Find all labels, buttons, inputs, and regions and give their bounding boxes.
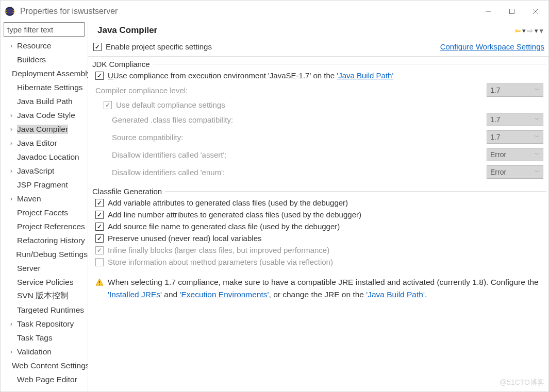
- use-default-compliance-checkbox: [104, 101, 112, 109]
- eclipse-logo-icon: [5, 6, 15, 16]
- jdk-compliance-legend: JDK Compliance: [90, 60, 153, 69]
- tree-item-label: Run/Debug Settings: [16, 250, 88, 259]
- tree-item-label: Maven: [17, 194, 41, 203]
- tree-item-label: Server: [17, 264, 41, 273]
- cf-variable-label: Add variable attributes to generated cla…: [108, 198, 348, 207]
- disallow-assert-label: Disallow identifiers called 'assert':: [112, 150, 487, 159]
- tree-item[interactable]: ›Javadoc Location: [1, 150, 88, 164]
- tree-item[interactable]: ›Refactoring History: [1, 233, 88, 247]
- tree-item[interactable]: ›JSP Fragment: [1, 178, 88, 192]
- toolbar-menu-icon[interactable]: ▾: [540, 27, 543, 35]
- tree-item[interactable]: ›Targeted Runtimes: [1, 303, 88, 317]
- tree-item-label: Java Build Path: [17, 97, 73, 106]
- tree-item-label: Refactoring History: [17, 236, 85, 245]
- tree-item[interactable]: ›Java Compiler: [1, 122, 88, 136]
- cf-linenumber-checkbox[interactable]: [95, 211, 104, 219]
- tree-item[interactable]: ›Web Content Settings: [1, 359, 88, 372]
- tree-item[interactable]: ›Service Policies: [1, 275, 88, 289]
- close-button[interactable]: [524, 4, 547, 19]
- tree-item[interactable]: ›Builders: [1, 53, 88, 66]
- svg-point-2: [7, 8, 13, 14]
- tree-item-label: Web Content Settings: [12, 361, 88, 370]
- cf-sourcefile-label: Add source file name to generated class …: [108, 222, 340, 231]
- nav-back-icon[interactable]: ⇦: [515, 27, 521, 35]
- tree-item-label: Java Code Style: [17, 111, 75, 120]
- tree-item-label: SVN 版本控制: [17, 291, 69, 301]
- warning-icon: [95, 278, 104, 286]
- tree-item-label: Deployment Assembly: [12, 69, 88, 78]
- enable-project-specific-label: Enable project specific settings: [106, 42, 212, 51]
- tree-item-label: Resource: [17, 41, 51, 50]
- compiler-level-combo[interactable]: 1.7﹀: [487, 83, 543, 97]
- minimize-button[interactable]: [476, 4, 500, 19]
- nav-forward-menu-icon[interactable]: ▾: [535, 27, 538, 35]
- cf-inline-checkbox: [95, 246, 104, 254]
- cf-preserve-checkbox[interactable]: [95, 234, 104, 243]
- chevron-right-icon[interactable]: ›: [8, 320, 15, 328]
- tree-item[interactable]: ›Hibernate Settings: [1, 80, 88, 94]
- configure-workspace-link[interactable]: Configure Workspace Settings: [440, 42, 544, 51]
- tree-item[interactable]: ›Resource: [1, 39, 88, 53]
- chevron-right-icon[interactable]: ›: [8, 195, 15, 202]
- cf-inline-label: Inline finally blocks (larger class file…: [108, 246, 329, 254]
- tree-item[interactable]: ›Validation: [1, 345, 88, 359]
- titlebar: Properties for iswustserver: [1, 1, 548, 22]
- tree-item[interactable]: ›SVN 版本控制: [1, 289, 88, 303]
- use-default-compliance-label: Use default compliance settings: [116, 100, 225, 109]
- tree-item-label: Task Repository: [17, 319, 74, 329]
- tree-item-label: Java Editor: [17, 139, 57, 148]
- tree-item[interactable]: ›Java Code Style: [1, 108, 88, 122]
- tree-item-label: Java Compiler: [17, 125, 68, 134]
- tree-item-label: Task Tags: [17, 333, 53, 343]
- tree-item-label: Project Facets: [17, 208, 68, 217]
- page-title: Java Compiler: [97, 25, 513, 36]
- tree-item[interactable]: ›Deployment Assembly: [1, 66, 88, 80]
- maximize-button[interactable]: [500, 4, 524, 19]
- use-execution-env-label: UUse compliance from execution environme…: [108, 71, 393, 80]
- tree-item[interactable]: ›Project Facets: [1, 206, 88, 219]
- svg-rect-4: [510, 9, 514, 14]
- execution-environments-link[interactable]: 'Execution Environments': [179, 290, 269, 299]
- java-build-path-link-2[interactable]: 'Java Build Path': [366, 290, 425, 299]
- tree-item-label: JavaScript: [17, 166, 54, 176]
- nav-forward-icon[interactable]: ⇨: [527, 27, 533, 35]
- cf-variable-checkbox[interactable]: [95, 199, 104, 207]
- compiler-level-label: Compiler compliance level:: [95, 86, 487, 95]
- chevron-right-icon[interactable]: ›: [8, 112, 15, 119]
- source-compat-combo: 1.7﹀: [487, 130, 543, 144]
- tree-item[interactable]: ›Task Tags: [1, 331, 88, 345]
- chevron-right-icon[interactable]: ›: [8, 167, 15, 175]
- chevron-right-icon[interactable]: ›: [8, 126, 15, 133]
- tree-item[interactable]: ›Server: [1, 261, 88, 275]
- generated-class-label: Generated .class files compatibility:: [112, 115, 487, 124]
- java-build-path-link[interactable]: 'Java Build Path': [337, 71, 393, 80]
- use-execution-env-checkbox[interactable]: [95, 72, 104, 80]
- tree-item-label: Service Policies: [17, 278, 73, 287]
- tree-item-label: Builders: [17, 55, 46, 64]
- tree-item[interactable]: ›Java Build Path: [1, 94, 88, 108]
- chevron-right-icon[interactable]: ›: [8, 140, 15, 147]
- chevron-right-icon[interactable]: ›: [8, 42, 15, 49]
- tree-item[interactable]: ›Task Repository: [1, 317, 88, 331]
- disallow-enum-combo: Error﹀: [487, 165, 543, 179]
- enable-project-specific-checkbox[interactable]: [93, 43, 102, 51]
- nav-back-menu-icon[interactable]: ▾: [522, 27, 526, 35]
- tree-item[interactable]: ›Java Editor: [1, 136, 88, 150]
- filter-input[interactable]: [4, 22, 85, 37]
- category-tree: ›Resource›Builders›Deployment Assembly›H…: [1, 39, 88, 391]
- window-title: Properties for iswustserver: [20, 7, 476, 16]
- cf-sourcefile-checkbox[interactable]: [95, 223, 104, 231]
- watermark: @51CTO博客: [500, 378, 544, 387]
- chevron-right-icon[interactable]: ›: [8, 348, 15, 355]
- tree-item[interactable]: ›Project References: [1, 219, 88, 233]
- tree-item-label: Targeted Runtimes: [17, 305, 84, 315]
- tree-item[interactable]: ›JavaScript: [1, 164, 88, 178]
- disallow-assert-combo: Error﹀: [487, 148, 543, 161]
- tree-item-label: Web Page Editor: [17, 375, 77, 384]
- tree-item[interactable]: ›Run/Debug Settings: [1, 247, 88, 261]
- tree-item[interactable]: ›Maven: [1, 192, 88, 206]
- tree-item-label: Project References: [17, 222, 85, 231]
- generated-class-combo: 1.7﹀: [487, 113, 543, 126]
- tree-item[interactable]: ›Web Page Editor: [1, 372, 88, 386]
- installed-jres-link[interactable]: 'Installed JREs': [108, 290, 162, 299]
